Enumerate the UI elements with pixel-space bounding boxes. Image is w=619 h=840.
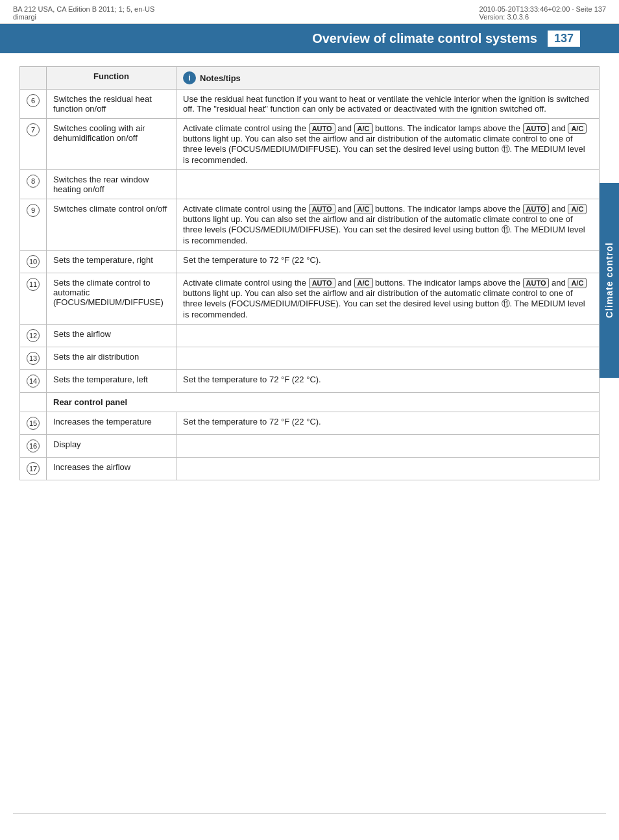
page-footer-line: [13, 813, 606, 814]
func-cell: Sets the temperature, right: [47, 251, 176, 273]
notes-cell: [176, 325, 600, 347]
ac-button: A/C: [354, 278, 373, 288]
func-cell: Sets the temperature, left: [47, 370, 176, 393]
func-cell: Switches the rear window heating on/off: [47, 170, 176, 199]
circled-num: 15: [27, 417, 40, 430]
num-cell: 9: [20, 199, 47, 251]
rear-label-cell: Rear control panel: [47, 393, 600, 412]
circled-num: 10: [27, 255, 40, 268]
page-title: Overview of climate control systems: [312, 31, 537, 46]
circled-num: 8: [27, 175, 40, 188]
header-right-line1: 2010-05-20T13:33:46+02:00 · Seite 137: [479, 5, 606, 13]
title-bar: Overview of climate control systems 137: [0, 24, 619, 53]
num-cell: 6: [20, 90, 47, 119]
auto-button: AUTO: [523, 278, 550, 288]
func-cell: Sets the airflow: [47, 325, 176, 347]
ac-button: A/C: [354, 123, 373, 134]
notes-cell: Set the temperature to 72 °F (22 °C).: [176, 370, 600, 393]
notes-cell: [176, 170, 600, 199]
num-cell: 16: [20, 435, 47, 458]
notes-cell: Activate climate control using the AUTO …: [176, 273, 600, 325]
page-number: 137: [554, 32, 574, 45]
func-cell: Switches climate control on/off: [47, 199, 176, 251]
auto-button: AUTO: [309, 278, 335, 288]
func-cell: Switches the residual heat function on/o…: [47, 90, 176, 119]
notes-cell: Set the temperature to 72 °F (22 °C).: [176, 412, 600, 435]
main-table: Function i Notes/tips 6Switches the resi…: [19, 66, 600, 480]
table-row: 7Switches cooling with air dehumidificat…: [20, 119, 600, 170]
auto-button: AUTO: [309, 204, 335, 214]
num-cell: 15: [20, 412, 47, 435]
table-row: 15Increases the temperatureSet the tempe…: [20, 412, 600, 435]
col-func-header: Function: [47, 67, 176, 90]
circled-num: 7: [27, 123, 40, 136]
page-header: BA 212 USA, CA Edition B 2011; 1; 5, en-…: [0, 0, 619, 24]
table-row: 12Sets the airflow: [20, 325, 600, 347]
notes-cell: Activate climate control using the AUTO …: [176, 119, 600, 170]
header-right: 2010-05-20T13:33:46+02:00 · Seite 137 Ve…: [479, 5, 606, 21]
info-icon: i: [183, 71, 196, 84]
num-cell: 17: [20, 458, 47, 480]
table-row: 11Sets the climate control to automatic …: [20, 273, 600, 325]
circled-num: 14: [27, 375, 40, 388]
circled-num: 12: [27, 329, 40, 342]
ac-button: A/C: [568, 278, 587, 288]
col-notes-header: i Notes/tips: [176, 67, 600, 90]
header-left-line1: BA 212 USA, CA Edition B 2011; 1; 5, en-…: [13, 5, 154, 13]
table-row: 16Display: [20, 435, 600, 458]
num-cell: 13: [20, 347, 47, 370]
header-left-line2: dimargi: [13, 13, 154, 21]
func-cell: Sets the air distribution: [47, 347, 176, 370]
circled-num: 17: [27, 462, 40, 475]
notes-cell: [176, 347, 600, 370]
notes-cell: [176, 435, 600, 458]
content-area: Function i Notes/tips 6Switches the resi…: [19, 66, 606, 480]
table-row: 9Switches climate control on/offActivate…: [20, 199, 600, 251]
notes-cell: [176, 458, 600, 480]
func-cell: Increases the temperature: [47, 412, 176, 435]
table-row: 17Increases the airflow: [20, 458, 600, 480]
auto-button: AUTO: [309, 123, 335, 134]
circled-num: 13: [27, 352, 40, 365]
num-cell: 14: [20, 370, 47, 393]
table-row: 6Switches the residual heat function on/…: [20, 90, 600, 119]
notes-cell: Activate climate control using the AUTO …: [176, 199, 600, 251]
ac-button: A/C: [568, 123, 587, 134]
func-cell: Increases the airflow: [47, 458, 176, 480]
auto-button: AUTO: [523, 204, 550, 214]
func-cell: Switches cooling with air dehumidificati…: [47, 119, 176, 170]
table-row: 13Sets the air distribution: [20, 347, 600, 370]
main-content: Function i Notes/tips 6Switches the resi…: [0, 53, 619, 493]
notes-cell: Set the temperature to 72 °F (22 °C).: [176, 251, 600, 273]
circled-num: 6: [27, 94, 40, 107]
rear-num-cell: [20, 393, 47, 412]
num-cell: 8: [20, 170, 47, 199]
ac-button: A/C: [354, 204, 373, 214]
ac-button: A/C: [568, 204, 587, 214]
circled-num: 9: [27, 204, 40, 217]
func-cell: Display: [47, 435, 176, 458]
col-num-header: [20, 67, 47, 90]
table-row: 10Sets the temperature, rightSet the tem…: [20, 251, 600, 273]
num-cell: 11: [20, 273, 47, 325]
func-cell: Sets the climate control to automatic (F…: [47, 273, 176, 325]
circled-num: 16: [27, 439, 40, 452]
num-cell: 7: [20, 119, 47, 170]
auto-button: AUTO: [523, 123, 550, 134]
num-cell: 12: [20, 325, 47, 347]
circled-num: 11: [27, 278, 40, 291]
notes-cell: Use the residual heat function if you wa…: [176, 90, 600, 119]
header-left: BA 212 USA, CA Edition B 2011; 1; 5, en-…: [13, 5, 154, 21]
num-cell: 10: [20, 251, 47, 273]
table-row: 14Sets the temperature, leftSet the temp…: [20, 370, 600, 393]
page-number-box: 137: [548, 31, 580, 47]
header-right-line2: Version: 3.0.3.6: [479, 13, 606, 21]
table-row: 8Switches the rear window heating on/off: [20, 170, 600, 199]
table-row: Rear control panel: [20, 393, 600, 412]
side-tab: Climate control: [600, 183, 619, 378]
